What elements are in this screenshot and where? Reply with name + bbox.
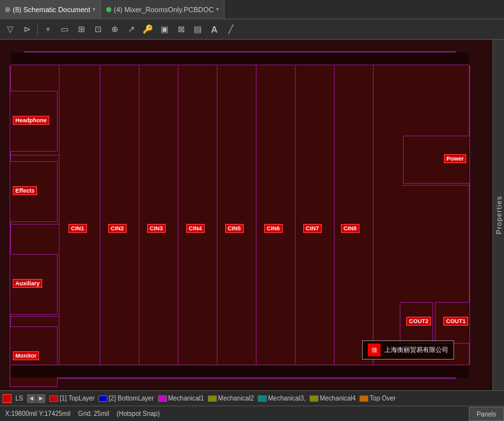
status-bar: X:19800mil Y:17425mil Grid: 25mil (Hotsp… xyxy=(0,406,504,421)
vline-8 xyxy=(373,52,374,377)
effects-label: Effects xyxy=(13,186,37,195)
snap-info: (Hotspot Snap) xyxy=(116,410,159,417)
topover-label: Top Over xyxy=(370,395,396,402)
layer-mech4[interactable]: Mechanical4 xyxy=(310,395,356,402)
connect-btn[interactable]: ⊕ xyxy=(107,22,122,37)
cout2-label: COUT2 xyxy=(406,317,431,326)
cin4-label: CIN4 xyxy=(186,224,205,233)
layer-btn[interactable]: ▤ xyxy=(190,22,205,37)
sep-r1 xyxy=(402,185,469,186)
watermark-text: 上海衡丽贸易有限公司 xyxy=(384,346,448,354)
cout1-block: COUT1 xyxy=(435,302,470,344)
vline-7 xyxy=(334,52,335,377)
mech1-color xyxy=(158,395,167,402)
ls-label: LS xyxy=(15,395,23,402)
coordinates: X:19800mil Y:17425mil xyxy=(5,410,70,417)
fill-btn[interactable]: ▣ xyxy=(157,22,172,37)
vline-0 xyxy=(59,52,59,377)
rect-btn[interactable]: ▭ xyxy=(57,22,72,37)
vline-4 xyxy=(217,52,217,377)
mech2-label: Mechanical2 xyxy=(218,395,254,402)
line-btn[interactable]: ╱ xyxy=(223,22,239,37)
layer-bar: LS ◀ ▶ [1] TopLayer [2] BottomLayer Mech… xyxy=(0,390,504,406)
sep2 xyxy=(11,224,59,225)
grid-info: Grid: 25mil xyxy=(78,410,109,417)
pcb-board: CIN1 CIN2 CIN3 CIN4 CIN5 CIN6 CIN7 CIN8 … xyxy=(10,51,470,379)
panels-label: Panels xyxy=(476,411,496,418)
power-block: Power xyxy=(403,136,470,184)
ls-color xyxy=(3,394,12,403)
toolbar: ▽ ⊳ + ▭ ⊞ ⊡ ⊕ ↗ 🔑 ▣ ⊠ ▤ A ╱ xyxy=(0,19,504,40)
mech3-label: Mechanical3, xyxy=(268,395,306,402)
monitor-block: Monitor xyxy=(10,326,58,387)
properties-panel[interactable]: Properties xyxy=(492,40,504,390)
vline-2 xyxy=(139,52,139,377)
effects-block: Effects xyxy=(10,161,58,222)
tab1-dot xyxy=(5,7,10,12)
top-bar xyxy=(11,52,469,65)
vline-3 xyxy=(178,52,178,377)
toplayer-color xyxy=(49,395,58,402)
text-btn[interactable]: A xyxy=(207,22,222,37)
layer-bottomlayer[interactable]: [2] BottomLayer xyxy=(98,395,154,402)
auxiliary-block: Auxiliary xyxy=(10,254,58,315)
bottomlayer-label: [2] BottomLayer xyxy=(109,395,154,402)
arrow-btn[interactable]: ⊳ xyxy=(19,22,35,37)
grid-btn[interactable]: ⊞ xyxy=(74,22,89,37)
cin2-label: CIN2 xyxy=(108,224,127,233)
mech3-color xyxy=(258,395,267,402)
vline-5 xyxy=(256,52,256,377)
cut-btn[interactable]: ⊠ xyxy=(173,22,189,37)
layer-mech2[interactable]: Mechanical2 xyxy=(208,395,254,402)
cin1-label: CIN1 xyxy=(68,224,87,233)
mech1-label: Mechanical1 xyxy=(168,395,204,402)
watermark: 微 上海衡丽贸易有限公司 xyxy=(362,340,454,360)
component-btn[interactable]: ⊡ xyxy=(90,22,106,37)
layer-topover[interactable]: Top Over xyxy=(359,395,396,402)
layer-mech1[interactable]: Mechanical1 xyxy=(158,395,204,402)
watermark-icon: 微 xyxy=(368,344,381,356)
route-btn[interactable]: ↗ xyxy=(123,22,139,37)
sep3 xyxy=(11,316,59,317)
mech4-color xyxy=(310,395,319,402)
canvas-area[interactable]: CIN1 CIN2 CIN3 CIN4 CIN5 CIN6 CIN7 CIN8 … xyxy=(0,40,492,390)
cout2-block: COUT2 xyxy=(400,302,433,344)
power-label: Power xyxy=(444,154,466,163)
headphone-block: Headphone xyxy=(10,91,58,152)
layer-prev-btn[interactable]: ◀ xyxy=(27,394,36,403)
bottom-bar xyxy=(11,365,469,377)
vline-1 xyxy=(100,52,100,377)
tab2-arrow[interactable]: ▾ xyxy=(216,6,219,12)
status-left: X:19800mil Y:17425mil Grid: 25mil (Hotsp… xyxy=(5,410,160,417)
tab1-arrow[interactable]: ▾ xyxy=(93,6,95,12)
cout1-label: COUT1 xyxy=(443,317,468,326)
tab1-label: (8) Schematic Document xyxy=(13,6,90,13)
filter-btn[interactable]: ▽ xyxy=(3,22,18,37)
add-btn[interactable]: + xyxy=(40,22,56,37)
toplayer-label: [1] TopLayer xyxy=(59,395,95,402)
mech4-label: Mechanical4 xyxy=(320,395,356,402)
key-btn[interactable]: 🔑 xyxy=(140,22,155,37)
cin8-label: CIN8 xyxy=(341,224,359,233)
title-bar: (8) Schematic Document ▾ (4) Mixer_Rooms… xyxy=(0,0,504,19)
layer-toplayer[interactable]: [1] TopLayer xyxy=(49,395,95,402)
mech2-color xyxy=(208,395,217,402)
tab2-label: (4) Mixer_RoomsOnly.PCBDOC xyxy=(114,6,214,13)
tab2-dot xyxy=(106,7,111,12)
cin7-label: CIN7 xyxy=(303,224,322,233)
bottomlayer-color xyxy=(98,395,107,402)
layer-nav: ◀ ▶ xyxy=(27,394,45,403)
layer-mech3[interactable]: Mechanical3, xyxy=(258,395,306,402)
monitor-label: Monitor xyxy=(13,351,39,360)
panels-button[interactable]: Panels xyxy=(469,407,504,421)
pcb-tab[interactable]: (4) Mixer_RoomsOnly.PCBDOC ▾ xyxy=(101,0,224,19)
topover-color xyxy=(359,395,368,402)
properties-label: Properties xyxy=(495,196,503,234)
layer-next-btn[interactable]: ▶ xyxy=(36,394,45,403)
sep1 xyxy=(11,155,59,155)
cin3-label: CIN3 xyxy=(147,224,166,233)
cin5-label: CIN5 xyxy=(225,224,244,233)
vline-6 xyxy=(295,52,295,377)
schematic-tab[interactable]: (8) Schematic Document ▾ xyxy=(0,0,101,19)
main-area: CIN1 CIN2 CIN3 CIN4 CIN5 CIN6 CIN7 CIN8 … xyxy=(0,40,504,390)
